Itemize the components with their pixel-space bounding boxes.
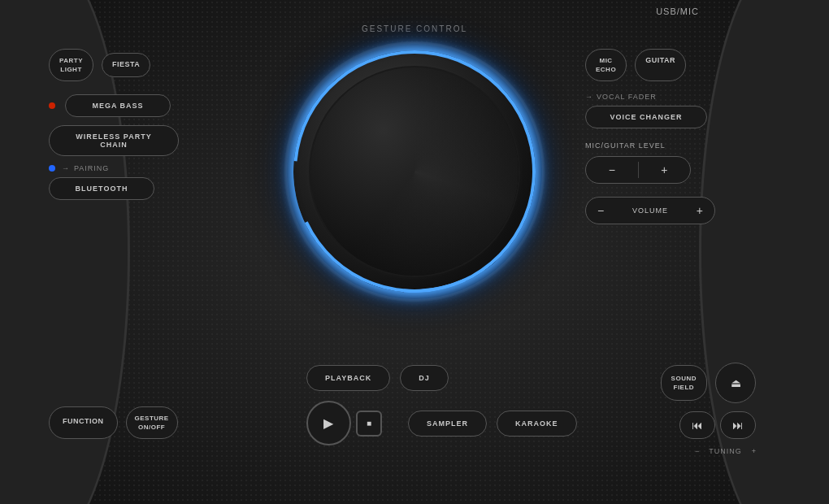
skip-buttons: ⏮ ⏭ [679, 411, 756, 439]
mic-guitar-level-label: MIC/GUITAR LEVEL [585, 141, 748, 150]
mic-guitar-level-control: − + [585, 156, 748, 184]
wireless-party-chain-row: WIRELESS PARTY CHAIN [49, 125, 211, 156]
main-panel: USB/MIC GESTURE CONTROL PARTY LIGHT FIES… [0, 0, 829, 504]
volume-label: VOLUME [632, 206, 668, 215]
guitar-button[interactable]: GUITAR [635, 49, 686, 81]
sampler-button[interactable]: SAMPLER [408, 411, 487, 437]
prev-icon: ⏮ [692, 419, 703, 432]
transport-buttons: ▶ ■ [306, 401, 382, 445]
playback-button[interactable]: PLAYBACK [306, 365, 390, 391]
pairing-label: PAIRING [74, 164, 109, 172]
gesture-control-label: GESTURE CONTROL [362, 24, 467, 33]
sampler-label: SAMPLER [427, 419, 468, 428]
party-light-button[interactable]: PARTY LIGHT [49, 49, 93, 81]
fiesta-button[interactable]: FIESTA [102, 53, 150, 77]
mic-guitar-plus-button[interactable]: + [639, 157, 691, 183]
mic-guitar-minus-button[interactable]: − [586, 157, 638, 183]
stop-button[interactable]: ■ [356, 411, 382, 437]
guitar-label: GUITAR [645, 56, 675, 64]
sound-field-line2: FIELD [671, 383, 697, 392]
pairing-arrow: → [62, 164, 69, 172]
prev-button[interactable]: ⏮ [679, 411, 715, 439]
stop-icon: ■ [367, 419, 371, 428]
play-button[interactable]: ▶ [306, 401, 351, 445]
usb-mic-label: USB/MIC [656, 7, 699, 16]
voice-changer-button[interactable]: VOICE CHANGER [585, 106, 707, 128]
sound-field-eject-row: SOUND FIELD ⏏ [661, 363, 756, 403]
right-panel: MIC ECHO GUITAR → VOCAL FADER VOICE CHAN… [585, 49, 748, 224]
playback-dj-row: PLAYBACK DJ [306, 365, 577, 391]
party-light-fiesta-row: PARTY LIGHT FIESTA [49, 49, 211, 81]
mega-bass-button[interactable]: MEGA BASS [65, 94, 171, 117]
knob-area: GESTURE CONTROL [268, 24, 561, 366]
bottom-left-panel: FUNCTION GESTURE ON/OFF [49, 406, 178, 439]
karaoke-label: KARAOKE [515, 419, 558, 428]
left-panel: PARTY LIGHT FIESTA MEGA BASS WIRELESS PA… [49, 49, 211, 213]
bluetooth-button[interactable]: BLUETOOTH [49, 177, 154, 200]
bottom-center-panel: PLAYBACK DJ ▶ ■ SAMPLER KARAOKE [306, 365, 577, 455]
knob-inner [309, 66, 520, 277]
mic-guitar-level-buttons: − + [585, 156, 691, 184]
fiesta-label: FIESTA [112, 60, 140, 68]
mega-bass-label: MEGA BASS [92, 102, 143, 110]
wireless-party-chain-button[interactable]: WIRELESS PARTY CHAIN [49, 125, 179, 156]
mic-echo-guitar-row: MIC ECHO GUITAR [585, 49, 748, 81]
mic-echo-button[interactable]: MIC ECHO [585, 49, 627, 81]
wireless-party-chain-label: WIRELESS PARTY CHAIN [76, 133, 151, 149]
karaoke-button[interactable]: KARAOKE [497, 411, 577, 437]
tuning-minus: − [695, 447, 699, 455]
bottom-right-panel: SOUND FIELD ⏏ ⏮ ⏭ − TUNING + [661, 363, 756, 455]
pairing-row: → PAIRING [49, 164, 211, 172]
vocal-fader-arrow: → [585, 93, 593, 101]
gesture-on-off-button[interactable]: GESTURE ON/OFF [126, 406, 178, 439]
main-knob[interactable] [284, 41, 545, 302]
play-icon: ▶ [323, 415, 333, 431]
tuning-plus: + [752, 447, 756, 455]
bluetooth-label: BLUETOOTH [76, 185, 128, 193]
skip-tuning-row: ⏮ ⏭ [679, 411, 756, 439]
eject-icon: ⏏ [731, 376, 741, 389]
playback-label: PLAYBACK [325, 374, 371, 382]
vocal-fader-label: → VOCAL FADER [585, 93, 748, 101]
tuning-row: − TUNING + [695, 447, 756, 455]
sound-field-button[interactable]: SOUND FIELD [661, 365, 707, 401]
voice-changer-label: VOICE CHANGER [610, 113, 682, 121]
next-button[interactable]: ⏭ [720, 411, 756, 439]
function-button[interactable]: FUNCTION [49, 406, 118, 439]
blue-indicator-dot [49, 165, 55, 172]
volume-minus-button[interactable]: − [597, 204, 604, 217]
eject-button[interactable]: ⏏ [715, 363, 756, 403]
volume-plus-button[interactable]: + [697, 204, 703, 217]
dj-label: DJ [419, 374, 430, 382]
next-icon: ⏭ [732, 419, 744, 432]
sound-field-line1: SOUND [671, 374, 697, 383]
party-light-label: PARTY LIGHT [59, 57, 83, 73]
red-indicator-dot [49, 102, 55, 109]
function-label: FUNCTION [63, 417, 104, 425]
vocal-fader-text: VOCAL FADER [597, 93, 657, 101]
dj-button[interactable]: DJ [400, 365, 449, 391]
gesture-on-off-label: GESTURE ON/OFF [135, 415, 169, 431]
tuning-label: TUNING [709, 447, 742, 455]
volume-control: − VOLUME + [585, 197, 715, 224]
transport-sampler-karaoke-row: ▶ ■ SAMPLER KARAOKE [306, 401, 577, 445]
mega-bass-row: MEGA BASS [49, 94, 211, 117]
voice-changer-row: VOICE CHANGER [585, 106, 748, 128]
bluetooth-row: BLUETOOTH [49, 177, 211, 200]
mic-echo-label: MIC ECHO [596, 57, 616, 73]
